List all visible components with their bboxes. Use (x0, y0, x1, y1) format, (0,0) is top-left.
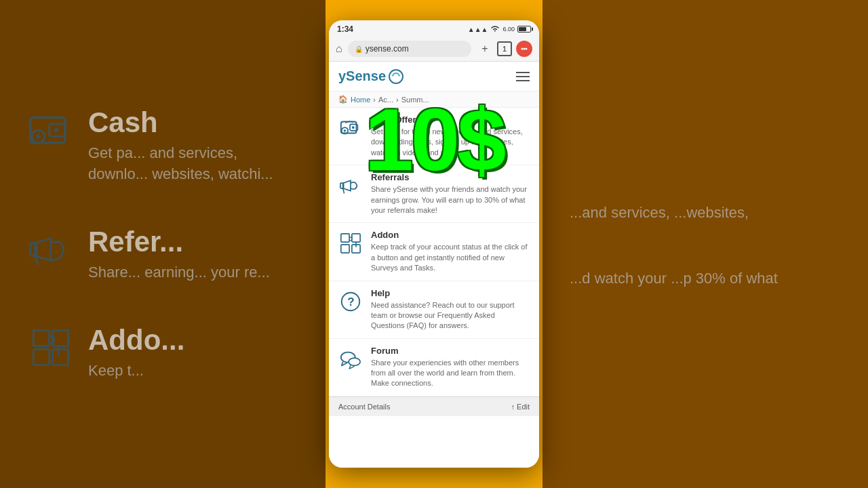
forum-text: Forum Share your experiencies with other… (371, 346, 530, 389)
help-title: Help (371, 288, 530, 298)
phone-frame: 1:34 ▲▲▲ 6.00 ⌂ 🔒 (329, 20, 539, 468)
referrals-text: Referrals Share ySense with your friends… (371, 172, 530, 216)
svg-point-11 (521, 48, 524, 50)
menu-item-referrals[interactable]: Referrals Share ySense with your friends… (329, 165, 539, 223)
cash-offers-desc: Get paid for trying new products and ser… (371, 127, 530, 158)
bottom-bar[interactable]: Account Details ↑ Edit (329, 396, 539, 416)
bg-wallet-icon (27, 106, 75, 163)
signal-icon: ▲▲▲ (468, 26, 488, 33)
menu-line-1 (516, 72, 530, 73)
svg-point-2 (54, 128, 59, 133)
bg-addon-text: Addo... Keep t... (88, 324, 184, 382)
logo-text: ySense (338, 68, 386, 84)
svg-rect-6 (31, 243, 37, 256)
forum-desc: Share your experiencies with other membe… (371, 358, 530, 389)
addon-icon (338, 231, 363, 256)
svg-text:?: ? (347, 295, 354, 308)
breadcrumb-account: Ac... (378, 96, 393, 104)
forum-title: Forum (371, 346, 530, 356)
svg-rect-8 (33, 349, 49, 365)
bg-right-item2: ...d watch your ...p 30% of what (570, 264, 841, 289)
svg-point-16 (352, 126, 355, 129)
bg-cash-text: Cash Get pa... and services, downlo... w… (88, 106, 298, 185)
breadcrumb-home[interactable]: Home (351, 96, 370, 104)
bg-puzzle-icon (27, 324, 75, 381)
svg-rect-22 (352, 234, 360, 242)
bg-right-item1: ...and services, ...websites, (570, 199, 841, 224)
menu-item-cash-offers[interactable]: Cash Offers Get paid for trying new prod… (329, 108, 539, 165)
help-desc: Need assistance? Reach out to our suppor… (371, 300, 530, 331)
breadcrumb-current: Summ... (401, 96, 429, 104)
status-icons: ▲▲▲ 6.00 (468, 25, 531, 33)
menu-item-addon[interactable]: Addon Keep track of your account status … (329, 223, 539, 281)
status-time: 1:34 (337, 24, 353, 34)
page-content: ySense 🏠 Home › Ac... › Summ... (329, 62, 539, 468)
url-text: ysense.com (366, 44, 409, 54)
forum-icon (338, 347, 363, 371)
account-details-label: Account Details (338, 403, 390, 411)
svg-rect-23 (341, 245, 349, 253)
edit-button[interactable]: ↑ Edit (511, 403, 530, 411)
svg-rect-20 (340, 183, 344, 188)
breadcrumb-sep2: › (396, 96, 399, 104)
referrals-title: Referrals (371, 172, 530, 182)
svg-point-28 (349, 358, 360, 365)
bg-addon-item: Addo... Keep t... (27, 324, 298, 382)
hamburger-menu[interactable] (516, 72, 530, 81)
breadcrumb: 🏠 Home › Ac... › Summ... (329, 92, 539, 108)
wifi-icon (490, 25, 500, 33)
home-button[interactable]: ⌂ (336, 43, 342, 55)
cash-offers-title: Cash Offers (371, 115, 530, 125)
tab-count-button[interactable]: 1 (497, 41, 512, 56)
lock-icon: 🔒 (355, 45, 363, 53)
svg-rect-21 (341, 234, 349, 242)
help-text: Help Need assistance? Reach out to our s… (371, 288, 530, 331)
url-bar[interactable]: 🔒 ysense.com (348, 41, 471, 57)
breadcrumb-sep1: › (373, 96, 376, 104)
bg-right-text1: ...and services, ...websites, (570, 199, 749, 224)
menu-line-2 (516, 76, 530, 77)
menu-item-help[interactable]: ? Help Need assistance? Reach out to our… (329, 281, 539, 339)
battery-icon (517, 26, 531, 33)
browser-action-button[interactable] (516, 41, 532, 57)
bg-megaphone-icon (27, 226, 75, 283)
addon-text: Addon Keep track of your account status … (371, 230, 530, 273)
referrals-icon (338, 174, 363, 198)
bg-right-text2: ...d watch your ...p 30% of what (570, 264, 778, 289)
addon-title: Addon (371, 230, 530, 240)
menu-item-forum[interactable]: Forum Share your experiencies with other… (329, 339, 539, 396)
cash-offers-icon (338, 116, 363, 140)
menu-list: Cash Offers Get paid for trying new prod… (329, 108, 539, 396)
bg-cash-item: Cash Get pa... and services, downlo... w… (27, 106, 298, 185)
svg-point-13 (526, 48, 528, 50)
referrals-desc: Share ySense with your friends and watch… (371, 184, 530, 216)
lte-icon: 6.00 (502, 26, 515, 33)
logo-circle (389, 69, 403, 84)
svg-rect-7 (33, 330, 49, 346)
status-bar: 1:34 ▲▲▲ 6.00 (329, 20, 539, 37)
svg-rect-10 (52, 349, 68, 365)
bg-referral-text: Refer... Share... earning... your re... (88, 226, 270, 283)
browser-actions: + 1 (477, 41, 532, 57)
home-icon: 🏠 (338, 95, 348, 104)
svg-point-12 (524, 48, 526, 50)
addon-desc: Keep track of your account status at the… (371, 242, 530, 273)
cash-offers-text: Cash Offers Get paid for trying new prod… (371, 115, 530, 158)
site-logo: ySense (338, 68, 403, 84)
site-header: ySense (329, 62, 539, 92)
help-icon: ? (338, 289, 363, 314)
new-tab-button[interactable]: + (477, 41, 493, 57)
browser-bar[interactable]: ⌂ 🔒 ysense.com + 1 (329, 37, 539, 62)
bg-referral-item: Refer... Share... earning... your re... (27, 226, 298, 283)
menu-line-3 (516, 80, 530, 81)
